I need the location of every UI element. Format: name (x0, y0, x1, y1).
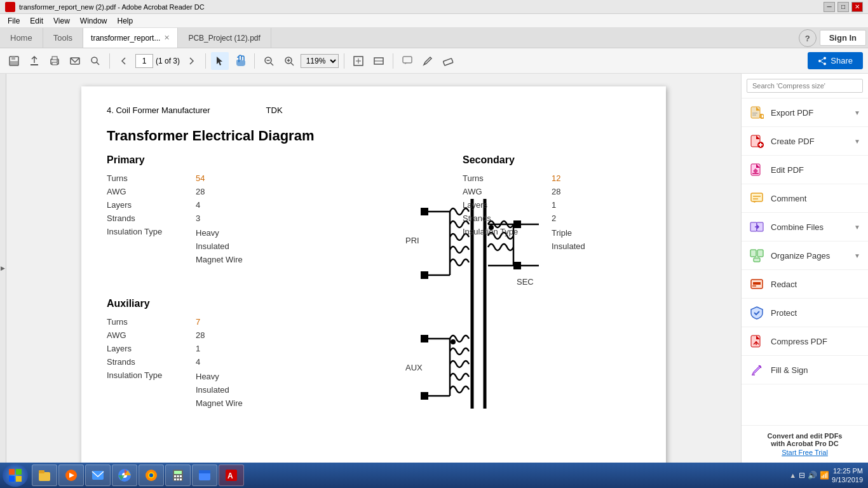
left-panel-collapse[interactable]: ▶ (0, 74, 6, 463)
aux-layers-row: Layers 1 (107, 344, 323, 353)
firefox-icon (144, 468, 158, 482)
prev-page-button[interactable] (115, 52, 133, 70)
svg-rect-2 (10, 61, 18, 65)
comment-icon (749, 191, 764, 206)
sec-layers-row: Layers 1 (463, 200, 641, 210)
zoom-select[interactable]: 119% 100% 75% 150% (301, 54, 339, 68)
pdf-scroll[interactable]: 4. Coil Former Manufacturer TDK Transfor… (6, 74, 741, 463)
menu-view[interactable]: View (48, 15, 75, 27)
primary-turns-label: Turns (107, 173, 196, 183)
next-page-button[interactable] (182, 52, 200, 70)
minimize-button[interactable]: ─ (824, 2, 835, 12)
redact-item[interactable]: Redact (742, 270, 868, 299)
edit-pdf-item[interactable]: Edit PDF (742, 156, 868, 184)
tab-home[interactable]: Home (0, 28, 43, 48)
aux-layers-label: Layers (107, 344, 196, 353)
primary-insulation-row: Insulation Type HeavyInsulatedMagnet Wir… (107, 227, 323, 266)
print-button[interactable] (46, 52, 64, 70)
create-pdf-item[interactable]: Create PDF ▼ (742, 127, 868, 156)
right-search-input[interactable] (747, 79, 863, 93)
export-pdf-label: Export PDF (771, 108, 848, 118)
comment-tool-button[interactable] (398, 52, 416, 70)
svg-rect-73 (39, 470, 44, 473)
network-icon[interactable]: 📶 (820, 471, 829, 480)
taskbar-chrome[interactable] (112, 464, 137, 486)
tab-doc1-label: transformer_report... (91, 34, 160, 43)
zoom-out-button[interactable] (260, 52, 278, 70)
connector-6 (421, 392, 428, 400)
volume-icon[interactable]: 🔊 (808, 471, 817, 480)
svg-point-46 (760, 114, 764, 118)
hand-tool-button[interactable] (231, 52, 249, 70)
left-collapse-arrow: ▶ (1, 265, 5, 271)
svg-point-6 (57, 60, 58, 62)
fill-sign-item[interactable]: Fill & Sign (742, 356, 868, 384)
sec-label: SEC (517, 277, 534, 287)
save-button[interactable] (5, 52, 23, 70)
right-panel-footer: Convert and edit PDFswith Acrobat Pro DC… (742, 425, 868, 463)
taskbar-media[interactable] (58, 464, 84, 486)
taskbar-acrobat[interactable]: A (219, 464, 244, 486)
export-pdf-item[interactable]: Export PDF ▼ (742, 98, 868, 127)
battery-icon: ⊟ (799, 471, 805, 480)
fit-width-button[interactable] (370, 52, 388, 70)
close-button[interactable]: ✕ (851, 2, 863, 12)
help-button[interactable]: ? (799, 29, 817, 47)
pen-tool-button[interactable] (419, 52, 437, 70)
menu-window[interactable]: Window (75, 15, 112, 27)
protect-label[interactable]: Protect (771, 308, 860, 318)
connector-1 (421, 208, 428, 215)
free-trial-link[interactable]: Start Free Trial (782, 449, 828, 456)
share-button[interactable]: Share (808, 52, 863, 69)
toolbar: (1 of 3) (0, 48, 868, 74)
maximize-button[interactable]: □ (837, 2, 849, 12)
tray-arrow[interactable]: ▲ (789, 471, 796, 479)
tab-doc1[interactable]: transformer_report... ✕ (83, 28, 178, 48)
organize-pages-item[interactable]: Organize Pages ▼ (742, 241, 868, 270)
create-pdf-icon (749, 133, 764, 149)
eraser-tool-button[interactable] (439, 52, 457, 70)
tab-doc2[interactable]: PCB_Project (12).pdf (178, 28, 271, 48)
zoom-in-button[interactable] (280, 52, 298, 70)
compress-pdf-item[interactable]: Compress PDF (742, 327, 868, 356)
primary-strands-value: 3 (196, 214, 200, 223)
protect-item[interactable]: Protect (742, 299, 868, 327)
create-pdf-label: Create PDF (771, 137, 848, 146)
start-button[interactable] (3, 464, 28, 487)
svg-point-27 (824, 62, 826, 65)
menu-edit[interactable]: Edit (25, 15, 48, 27)
auxiliary-data: Turns 7 AWG 28 Layers 1 (107, 317, 323, 410)
sec-insulation-row: Insulation Type TripleInsulated (463, 227, 641, 254)
cursor-tool-button[interactable] (211, 52, 229, 70)
primary-section: Primary Turns 54 AWG 28 Layers (107, 154, 323, 459)
taskbar-email[interactable] (85, 464, 111, 486)
toolbar-separator-1 (109, 53, 110, 69)
taskbar-firefox[interactable] (139, 464, 164, 486)
svg-line-28 (821, 58, 824, 60)
page-number-input[interactable] (135, 54, 153, 68)
taskbar-calculator[interactable] (165, 464, 191, 486)
combine-files-item[interactable]: Combine Files ▼ (742, 213, 868, 241)
tab-tools[interactable]: Tools (43, 28, 83, 48)
find-button[interactable] (86, 52, 104, 70)
hand-icon (234, 55, 247, 67)
upload-button[interactable] (25, 52, 43, 70)
clock-display[interactable]: 12:25 PM 9/13/2019 (832, 466, 863, 485)
pen-icon (422, 55, 433, 67)
right-panel: ◀ Export PDF ▼ (741, 74, 868, 463)
svg-rect-85 (177, 475, 179, 477)
taskbar-explorer2[interactable] (192, 464, 217, 486)
tab-close-icon[interactable]: ✕ (164, 34, 170, 42)
menu-file[interactable]: File (3, 15, 25, 27)
svg-rect-60 (754, 258, 760, 262)
prev-page-icon (118, 55, 130, 67)
zoom-in-icon (283, 55, 295, 67)
fit-width-icon (372, 55, 385, 67)
fit-page-button[interactable] (349, 52, 367, 70)
sign-in-button[interactable]: Sign In (820, 30, 866, 46)
menu-help[interactable]: Help (112, 15, 139, 27)
comment-item[interactable]: Comment (742, 184, 868, 213)
email-button[interactable] (66, 52, 84, 70)
right-panel-collapse[interactable]: ◀ (741, 255, 742, 281)
taskbar-file-explorer[interactable] (32, 464, 57, 486)
